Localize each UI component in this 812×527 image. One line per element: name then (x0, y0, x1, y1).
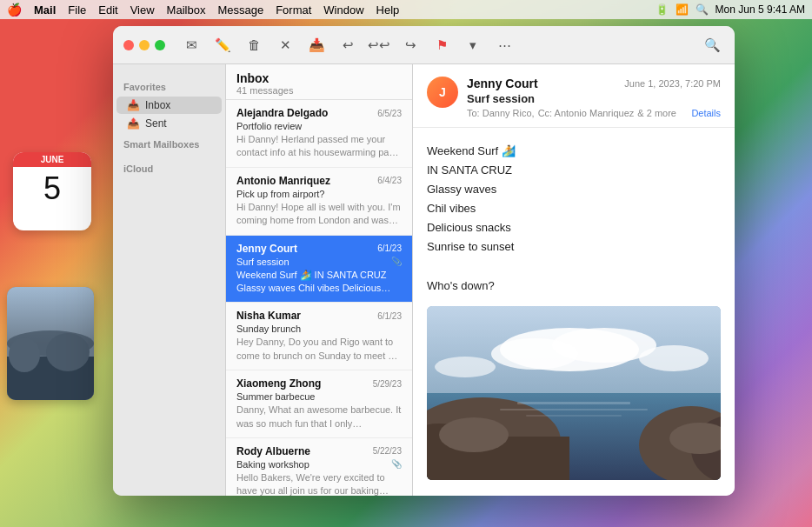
email-header-top: J Jenny Court June 1, 2023, 7:20 PM Surf… (427, 77, 721, 118)
calendar-day: 5 (13, 171, 91, 206)
flag-button[interactable]: ⚑ (429, 33, 454, 57)
menubar-battery: 🔋 (656, 3, 669, 16)
email-to-row: To: Danny Rico, Cc: Antonio Manriquez & … (467, 108, 721, 118)
sidebar-inbox-label: Inbox (145, 99, 170, 111)
window-content: Favorites 📥 Inbox 📤 Sent Smart Mailboxes… (113, 64, 735, 496)
message-item[interactable]: Antonio Manriquez 6/4/23 Pick up from ai… (226, 168, 412, 236)
svg-point-3 (9, 337, 40, 372)
message-list-count: 41 messages (236, 85, 402, 96)
minimize-button[interactable] (139, 40, 150, 50)
sender-avatar: J (427, 77, 458, 108)
sidebar-item-inbox[interactable]: 📥 Inbox (116, 97, 222, 114)
email-sender-name: Jenny Court (467, 77, 538, 90)
message-item[interactable]: Jenny Court 6/1/23 📎 Surf session Weeken… (226, 236, 412, 304)
calendar-widget[interactable]: JUNE 5 (13, 152, 91, 230)
attachment-icon: 📎 (391, 459, 402, 469)
close-button[interactable] (123, 40, 134, 50)
svg-point-17 (439, 417, 509, 452)
svg-point-10 (435, 357, 496, 377)
email-subject: Surf session (467, 92, 721, 105)
email-cc: Cc: Antonio Manriquez (538, 108, 635, 118)
menubar-left: 🍎 Mail File Edit View Mailbox Message Fo… (7, 3, 399, 17)
menubar-wifi: 📶 (676, 3, 689, 16)
forward-button[interactable]: ↪ (398, 33, 423, 57)
archive-button[interactable]: 📥 (304, 33, 329, 57)
sidebar-item-sent[interactable]: 📤 Sent (116, 115, 222, 132)
message-list-title: Inbox (236, 71, 402, 85)
menubar-app-name[interactable]: Mail (34, 3, 56, 17)
favorites-label: Favorites (113, 78, 225, 96)
svg-point-8 (491, 338, 578, 370)
mail-window: ✉ ✏️ 🗑 ✕ 📥 ↩ ↩↩ ↪ ⚑ ▾ ⋯ 🔍 Favorites 📥 In… (113, 26, 735, 496)
svg-rect-19 (517, 402, 630, 404)
email-detail: J Jenny Court June 1, 2023, 7:20 PM Surf… (413, 64, 735, 496)
email-body-text: Weekend Surf 🏄IN SANTA CRUZGlassy wavesC… (427, 142, 721, 296)
email-to: To: Danny Rico, (467, 108, 535, 118)
email-body: Weekend Surf 🏄IN SANTA CRUZGlassy wavesC… (413, 128, 735, 496)
menubar-mailbox[interactable]: Mailbox (167, 3, 206, 17)
message-list: Inbox 41 messages Alejandra Delgado 6/5/… (226, 64, 413, 496)
message-item[interactable]: Nisha Kumar 6/1/23 Sunday brunch Hey Dan… (226, 303, 412, 370)
email-attachment-image (427, 306, 721, 480)
reply-all-button[interactable]: ↩↩ (367, 33, 391, 57)
compose-button[interactable]: ✏️ (210, 33, 235, 57)
apple-menu[interactable]: 🍎 (7, 3, 22, 17)
svg-rect-21 (526, 415, 622, 417)
delete-button[interactable]: 🗑 (242, 33, 266, 57)
email-more: & 2 more (637, 108, 676, 118)
message-item[interactable]: Rody Albuerne 5/22/23 📎 Baking workshop … (226, 438, 412, 496)
svg-rect-20 (500, 409, 648, 410)
toolbar-search-button[interactable]: 🔍 (700, 33, 724, 57)
attachment-icon: 📎 (391, 257, 402, 266)
new-message-button[interactable]: ✉ (179, 33, 203, 57)
inbox-icon: 📥 (127, 99, 140, 111)
menubar-window[interactable]: Window (323, 3, 363, 17)
photo-widget (7, 287, 94, 400)
more-button[interactable]: ⋯ (492, 33, 516, 57)
menubar-message[interactable]: Message (217, 3, 263, 17)
email-sender-row: Jenny Court June 1, 2023, 7:20 PM (467, 77, 721, 90)
svg-point-9 (639, 345, 709, 371)
avatar-initials: J (439, 85, 446, 99)
reply-button[interactable]: ↩ (336, 33, 360, 57)
message-items-container: Alejandra Delgado 6/5/23 Portfolio revie… (226, 100, 412, 496)
menubar-file[interactable]: File (68, 3, 86, 17)
svg-point-4 (46, 333, 90, 371)
message-item[interactable]: Xiaomeng Zhong 5/29/23 Summer barbecue D… (226, 370, 412, 438)
maximize-button[interactable] (155, 40, 165, 50)
sidebar: Favorites 📥 Inbox 📤 Sent Smart Mailboxes… (113, 64, 226, 496)
menubar-format[interactable]: Format (276, 3, 311, 17)
icloud-label: iCloud (113, 160, 225, 177)
email-details-link[interactable]: Details (691, 108, 721, 118)
menubar: 🍎 Mail File Edit View Mailbox Message Fo… (0, 0, 812, 19)
flag-menu-button[interactable]: ▾ (461, 33, 485, 57)
menubar-help[interactable]: Help (376, 3, 400, 17)
window-toolbar: ✉ ✏️ 🗑 ✕ 📥 ↩ ↩↩ ↪ ⚑ ▾ ⋯ 🔍 (113, 26, 735, 64)
message-item[interactable]: Alejandra Delgado 6/5/23 Portfolio revie… (226, 100, 412, 168)
email-header: J Jenny Court June 1, 2023, 7:20 PM Surf… (413, 64, 735, 128)
menubar-datetime: Mon Jun 5 9:41 AM (715, 3, 805, 16)
email-meta: Jenny Court June 1, 2023, 7:20 PM Surf s… (467, 77, 721, 118)
email-date: June 1, 2023, 7:20 PM (624, 78, 721, 89)
sidebar-sent-label: Sent (145, 117, 167, 130)
sent-icon: 📤 (127, 117, 140, 130)
trash-button[interactable]: ✕ (273, 33, 297, 57)
menubar-search-icon[interactable]: 🔍 (696, 3, 709, 16)
smart-mailboxes-label: Smart Mailboxes (113, 136, 225, 153)
traffic-lights (123, 40, 165, 50)
menubar-edit[interactable]: Edit (98, 3, 117, 17)
calendar-month: JUNE (13, 152, 91, 167)
menubar-view[interactable]: View (130, 3, 155, 17)
message-list-header: Inbox 41 messages (226, 64, 412, 100)
menubar-right: 🔋 📶 🔍 Mon Jun 5 9:41 AM (656, 3, 805, 16)
